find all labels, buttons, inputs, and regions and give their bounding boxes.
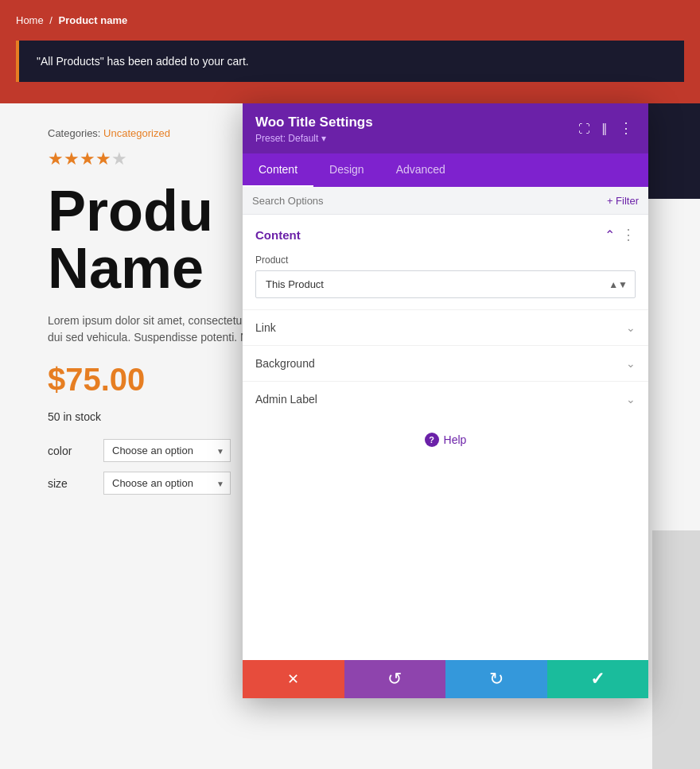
product-field-select-wrap[interactable]: This Product ▲▼	[255, 270, 636, 298]
gray-overlay-decoration	[652, 530, 700, 769]
cart-notification-text: "All Products" has been added to your ca…	[37, 55, 249, 68]
modal-footer: ✕ ↺ ↻ ✓	[243, 660, 648, 698]
modal-header: Woo Title Settings Preset: Default ▾ ⛶ ‖…	[243, 103, 648, 153]
link-chevron-icon: ⌄	[626, 321, 636, 334]
size-select[interactable]: Choose an option	[103, 472, 231, 495]
top-bar: Home / Product name "All Products" has b…	[0, 0, 700, 103]
tab-advanced-label: Advanced	[396, 163, 445, 176]
modal-preset-label: Preset: Default	[255, 133, 318, 144]
size-select-wrapper[interactable]: Choose an option	[103, 472, 231, 495]
modal-title-group: Woo Title Settings Preset: Default ▾	[255, 115, 373, 144]
help-circle-icon: ?	[425, 433, 439, 447]
filter-button[interactable]: + Filter	[607, 195, 639, 207]
help-area: ? Help	[243, 417, 648, 463]
save-check-icon: ✓	[590, 669, 605, 689]
modal-header-actions: ⛶ ‖ ⋮	[577, 118, 636, 138]
modal-panel: Woo Title Settings Preset: Default ▾ ⛶ ‖…	[243, 103, 648, 698]
product-title-line1: Produ	[48, 179, 213, 243]
breadcrumb-home[interactable]: Home	[16, 14, 44, 26]
section-more-button[interactable]: ⋮	[621, 226, 636, 243]
redo-button[interactable]: ↻	[445, 660, 547, 698]
background-label: Background	[255, 357, 315, 370]
product-field-group: Product This Product ▲▼	[243, 248, 648, 309]
link-collapsible[interactable]: Link ⌄	[243, 309, 648, 345]
section-collapse-button[interactable]: ⌃	[605, 227, 615, 243]
admin-label-chevron-icon: ⌄	[626, 393, 636, 406]
option-label-size: size	[48, 477, 103, 490]
background-chevron-icon: ⌄	[626, 357, 636, 370]
section-title: Content	[255, 228, 301, 242]
star-2: ★	[64, 149, 80, 169]
option-label-color: color	[48, 445, 103, 457]
product-field-label: Product	[255, 254, 636, 266]
admin-label-text: Admin Label	[255, 393, 317, 406]
section-header: Content ⌃ ⋮	[243, 215, 648, 248]
breadcrumb: Home / Product name	[0, 0, 700, 41]
star-1: ★	[48, 149, 64, 169]
section-actions: ⌃ ⋮	[605, 226, 636, 243]
color-select-wrapper[interactable]: Choose an option	[103, 439, 231, 462]
product-select[interactable]: This Product	[255, 270, 636, 298]
modal-preset-arrow[interactable]: ▾	[321, 133, 326, 144]
modal-more-button[interactable]: ⋮	[617, 118, 636, 138]
dots-vertical-icon: ⋮	[619, 119, 634, 137]
category-link[interactable]: Uncategorized	[103, 127, 170, 139]
undo-icon: ↺	[387, 669, 402, 689]
breadcrumb-separator: /	[49, 14, 52, 26]
cart-notification: "All Products" has been added to your ca…	[16, 41, 684, 82]
help-button[interactable]: ? Help	[425, 433, 467, 447]
tab-content[interactable]: Content	[243, 153, 313, 187]
admin-label-collapsible[interactable]: Admin Label ⌄	[243, 381, 648, 417]
star-3: ★	[80, 149, 95, 169]
columns-icon: ‖	[601, 121, 608, 135]
modal-search-bar: + Filter	[243, 187, 648, 215]
cancel-icon: ✕	[287, 670, 299, 688]
tab-design-label: Design	[329, 163, 364, 176]
categories-label: Categories:	[48, 127, 100, 139]
star-4: ★	[95, 149, 111, 169]
modal-title: Woo Title Settings	[255, 115, 373, 130]
search-input[interactable]	[252, 195, 607, 207]
undo-button[interactable]: ↺	[344, 660, 446, 698]
tab-content-label: Content	[259, 163, 298, 176]
cancel-button[interactable]: ✕	[243, 660, 344, 698]
help-label: Help	[444, 433, 467, 446]
link-label: Link	[255, 321, 276, 334]
color-select[interactable]: Choose an option	[103, 439, 231, 462]
breadcrumb-current: Product name	[59, 14, 128, 26]
redo-icon: ↻	[489, 669, 504, 689]
modal-expand-button[interactable]: ⛶	[577, 120, 592, 137]
modal-preset: Preset: Default ▾	[255, 133, 373, 144]
expand-icon: ⛶	[578, 122, 590, 135]
tab-advanced[interactable]: Advanced	[380, 153, 461, 187]
tab-design[interactable]: Design	[313, 153, 380, 187]
product-description: Lorem ipsum dolor sit amet, consectetur …	[48, 313, 255, 346]
product-title-line2: Name	[48, 236, 204, 300]
star-5: ★	[111, 149, 127, 169]
modal-tabs: Content Design Advanced	[243, 153, 648, 187]
modal-body: Content ⌃ ⋮ Product This Product ▲▼ Link…	[243, 215, 648, 660]
modal-columns-button[interactable]: ‖	[600, 119, 609, 137]
search-input-wrap[interactable]	[252, 193, 607, 208]
background-collapsible[interactable]: Background ⌄	[243, 345, 648, 381]
save-button[interactable]: ✓	[547, 660, 649, 698]
